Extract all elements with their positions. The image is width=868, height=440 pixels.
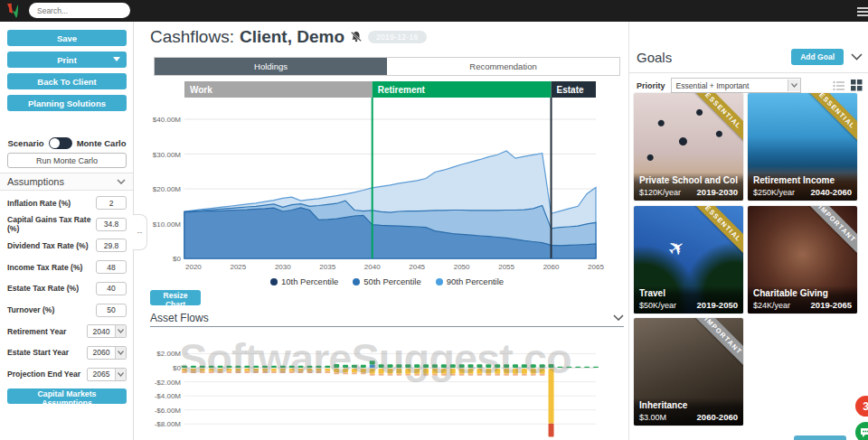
goal-card-private-school-and-college[interactable]: ESSENTIALPrivate School and College$120K… (634, 93, 743, 201)
asset-flows-title: Asset Flows (150, 312, 209, 324)
capital-gains-tax-rate-input[interactable] (96, 218, 127, 231)
income-tax-rate-input[interactable] (96, 260, 127, 274)
date-badge: 2019-12-16 (368, 31, 426, 43)
tab-holdings[interactable]: Holdings (155, 58, 387, 75)
goal-card-retirement-income[interactable]: ESSENTIALRetirement Income$250K/year2040… (748, 93, 857, 201)
list-view-icon[interactable] (833, 80, 845, 91)
goal-overlay: Travel$50K/year2019-2050 (634, 286, 743, 314)
field-label: Turnover (%) (7, 305, 54, 314)
capital-markets-assumptions-button[interactable]: Capital Markets Assumptions (7, 389, 127, 404)
assumption-row-estate-tax-rate: Estate Tax Rate (%) (7, 281, 127, 296)
svg-text:Estate: Estate (557, 85, 584, 95)
assumption-row-capital-gains-tax-rate: Capital Gains Tax Rate (%) (7, 217, 127, 232)
run-monte-carlo-button[interactable]: Run Monte Carlo (7, 153, 127, 168)
menu-icon[interactable] (857, 5, 868, 16)
select-value: 2040 (88, 327, 115, 336)
grid-view-icon[interactable] (851, 80, 863, 91)
back-to-client-button[interactable]: Back To Client (7, 73, 127, 89)
projection-end-year-select[interactable]: 2065 (87, 368, 127, 381)
asset-flows-bar-chart: $2.00M$0-$2.00M-$4.00M-$6.00M-$8.00M (150, 329, 624, 440)
goal-overlay: Charitable Giving$24K/year2019-2065 (748, 286, 857, 314)
assumption-row-turnover: Turnover (%) (7, 303, 127, 318)
tab-recommendation[interactable]: Recommendation (387, 58, 619, 75)
goal-meta-row: $120K/year2019-2030 (639, 187, 738, 197)
tab-bar: Holdings Recommendation (154, 57, 620, 76)
inflation-rate-input[interactable] (96, 196, 127, 210)
asset-flows-section-header[interactable]: Asset Flows (150, 309, 624, 327)
app-logo-icon[interactable] (5, 2, 26, 20)
svg-text:Work: Work (190, 85, 212, 95)
chevron-down-icon (115, 369, 126, 380)
svg-text:$30.00M: $30.00M (153, 151, 181, 159)
retirement-year-select[interactable]: 2040 (87, 324, 127, 338)
title-prefix: Cashflows: (150, 27, 234, 47)
field-label: Estate Tax Rate (%) (7, 284, 79, 293)
dividend-tax-rate-input[interactable] (96, 239, 127, 252)
estate-start-year-select[interactable]: 2060 (87, 346, 127, 360)
goal-meta-row: $250K/year2040-2060 (753, 187, 852, 197)
assumptions-section-header[interactable]: Assumptions (0, 173, 133, 191)
bell-slash-icon[interactable] (350, 31, 363, 43)
scenario-label: Scenario (7, 138, 43, 148)
goal-years: 2040-2060 (811, 187, 852, 197)
goal-overlay: Private School and College$120K/year2019… (634, 173, 743, 201)
priority-value: Essential + Important (672, 81, 788, 90)
svg-text:-$2.00M: -$2.00M (155, 379, 182, 387)
chevron-down-icon (113, 57, 120, 61)
estate-tax-rate-input[interactable] (96, 282, 127, 295)
goal-years: 2019-2030 (697, 187, 738, 197)
chevron-down-icon[interactable] (851, 53, 863, 61)
assumption-row-estate-start-year: Estate Start Year2060 (7, 345, 127, 360)
chat-bubble-icon (860, 427, 868, 438)
svg-text:$40.00M: $40.00M (153, 116, 181, 124)
planning-solutions-button[interactable]: Planning Solutions (7, 95, 127, 111)
goal-amount: $250K/year (753, 188, 795, 197)
svg-text:-$8.00M: -$8.00M (155, 420, 182, 428)
assumption-row-dividend-tax-rate: Dividend Tax Rate (%) (7, 238, 127, 253)
goal-years: 2060-2060 (697, 412, 738, 422)
print-button[interactable]: Print (7, 51, 127, 68)
chevron-down-icon (115, 347, 126, 359)
app-window: Save Print Back To Client Planning Solut… (0, 0, 868, 440)
svg-text:Retirement: Retirement (378, 85, 426, 95)
goal-card-travel[interactable]: ✈ESSENTIALTravel$50K/year2019-2050 (634, 206, 743, 314)
goal-card-inheritance[interactable]: IMPORTANTInheritance$3.00M2060-2060 (634, 318, 743, 426)
turnover-input[interactable] (96, 304, 127, 317)
resize-chart-button[interactable]: Resize Chart (150, 290, 201, 305)
svg-text:2055: 2055 (498, 263, 514, 271)
goal-amount: $24K/year (753, 301, 790, 310)
legend-item-50th-percentile: 50th Percentile (353, 276, 420, 286)
page-title: Cashflows: Client, Demo 2019-12-16 (150, 27, 427, 47)
chevron-down-icon (115, 325, 126, 337)
svg-text:$0: $0 (173, 255, 181, 263)
field-label: Capital Gains Tax Rate (%) (7, 215, 96, 233)
save-button[interactable]: Save (7, 30, 127, 46)
add-goal-button[interactable]: Add Goal (791, 49, 844, 65)
percentile-area-chart: WorkRetirementEstate$0$10.00M$20.00M$30.… (150, 80, 624, 275)
goal-meta-row: $3.00M2060-2060 (639, 412, 738, 422)
client-name: Client, Demo (240, 27, 344, 47)
sidebar-collapse-handle[interactable]: -- (133, 214, 147, 250)
priority-select[interactable]: Essential + Important (671, 78, 801, 93)
legend-dot (270, 278, 278, 286)
goal-title: Private School and College (639, 175, 738, 185)
goal-amount: $50K/year (639, 301, 676, 310)
svg-text:$20.00M: $20.00M (153, 185, 181, 193)
scenario-toggle[interactable] (49, 137, 72, 149)
svg-text:-$4.00M: -$4.00M (155, 392, 182, 400)
toggle-knob (50, 138, 60, 148)
bottom-widget-tab[interactable] (794, 435, 846, 440)
svg-text:2040: 2040 (364, 263, 381, 271)
field-label: Projection End Year (7, 370, 80, 379)
goal-years: 2019-2065 (811, 300, 852, 310)
goal-title: Retirement Income (753, 175, 852, 185)
search-input[interactable] (29, 3, 130, 18)
goal-card-charitable-giving[interactable]: IMPORTANTCharitable Giving$24K/year2019-… (748, 206, 857, 314)
legend-dot (436, 278, 443, 286)
priority-label: Priority (637, 81, 665, 90)
field-label: Retirement Year (7, 327, 66, 336)
svg-text:2035: 2035 (319, 263, 335, 271)
svg-text:-$6.00M: -$6.00M (155, 407, 182, 415)
goal-amount: $3.00M (639, 413, 666, 422)
svg-text:$10.00M: $10.00M (153, 220, 181, 229)
